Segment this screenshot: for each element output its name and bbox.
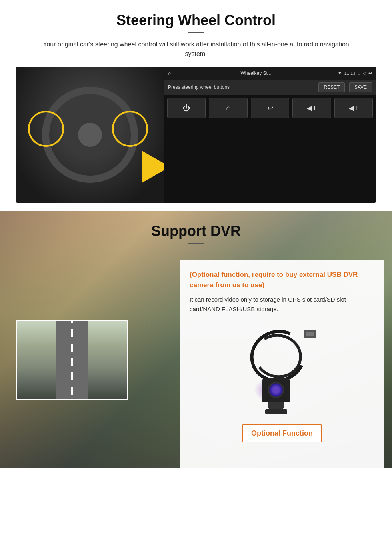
screen-icon: □ [358,71,360,76]
dvr-card: (Optional function, require to buy exter… [180,260,384,468]
reset-button[interactable]: RESET [318,82,345,92]
android-function-buttons: ⏻ ⌂ ↩ ◀+ ◀+ [164,95,376,121]
dvr-card-description: It can record video only to storage in G… [190,295,374,314]
steering-description: Your original car's steering wheel contr… [36,40,356,59]
steering-image-container: ⌂ Wheelkey St... ▼ 11:13 □ ◁ ↩ Press ste… [16,67,376,203]
camera-unit [258,378,294,410]
vol-up-button[interactable]: ◀+ [334,98,373,118]
dvr-camera-image [190,322,374,418]
android-screen: ⌂ Wheelkey St... ▼ 11:13 □ ◁ ↩ Press ste… [164,67,376,203]
statusbar-icons: ▼ 11:13 □ ◁ ↩ [338,71,372,76]
dvr-left [0,256,180,468]
dvr-header: Support DVR [0,211,392,248]
title-divider [188,32,204,33]
home-icon: ⌂ [168,70,171,76]
dvr-title-divider [188,243,204,244]
dvr-title: Support DVR [0,223,392,240]
wifi-icon: ▼ [338,71,342,76]
steering-section: Steering Wheel Control Your original car… [0,0,392,211]
statusbar-time: 11:13 [344,71,356,76]
home-button[interactable]: ⌂ [209,98,247,118]
dvr-small-image [16,320,128,400]
steering-title: Steering Wheel Control [16,12,376,29]
camera-body [246,330,318,410]
optional-function-button[interactable]: Optional Function [242,424,322,442]
wheel-inner [78,123,102,147]
yellow-circle-left [28,111,64,147]
android-topbar: Press steering wheel buttons RESET SAVE [164,80,376,95]
camera-lens [268,382,284,398]
power-button[interactable]: ⏻ [167,98,206,118]
dvr-road-line [71,320,73,395]
yellow-circle-right [112,111,148,147]
steering-photo [16,67,164,203]
usb-plug [304,330,316,338]
camera-base [265,409,287,414]
dvr-card-title: (Optional function, require to buy exter… [190,270,374,290]
back-icon: ↩ [368,71,372,76]
steering-photo-bg [16,67,164,203]
android-statusbar: ⌂ Wheelkey St... ▼ 11:13 □ ◁ ↩ [164,67,376,80]
dvr-content: (Optional function, require to buy exter… [0,256,392,468]
dvr-section: Support DVR (Optional function, require … [0,211,392,468]
volume-icon: ◁ [363,71,366,76]
press-label: Press steering wheel buttons [168,84,230,90]
back-button[interactable]: ↩ [251,98,289,118]
statusbar-title: Wheelkey St... [174,70,337,76]
camera-mount [268,402,284,409]
save-button[interactable]: SAVE [349,82,372,92]
dvr-right: (Optional function, require to buy exter… [180,260,384,468]
camera-lens-holder [262,378,290,402]
vol-down-button[interactable]: ◀+ [292,98,331,118]
topbar-buttons: RESET SAVE [318,82,372,92]
arrow-right-icon [142,151,164,183]
